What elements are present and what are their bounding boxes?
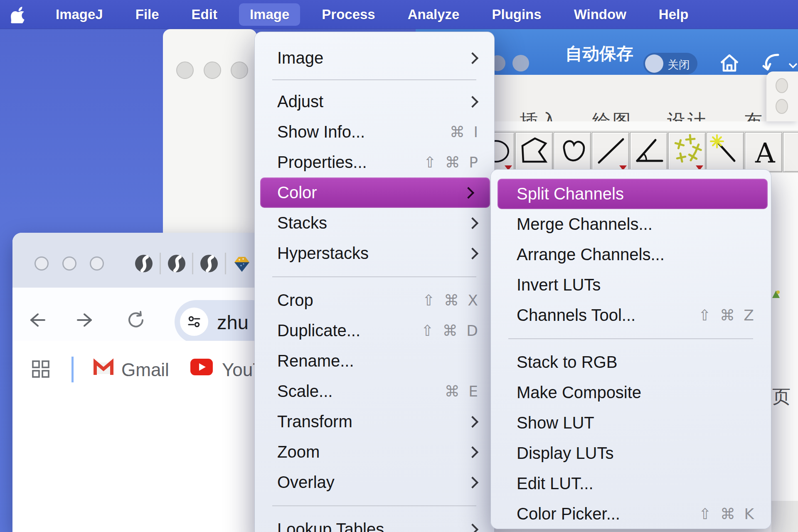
line-tool-button[interactable]	[592, 132, 629, 172]
bookmark-gmail[interactable]: Gmail	[121, 360, 169, 380]
menu-item-label: Stack to RGB	[517, 353, 756, 372]
menu-item-stacks[interactable]: Stacks	[255, 208, 494, 238]
freehand-selection-tool-button[interactable]	[554, 132, 591, 172]
menu-item-split-channels[interactable]: Split Channels	[498, 179, 768, 209]
apps-grid-icon[interactable]	[31, 359, 51, 381]
menu-item-stack-to-rgb[interactable]: Stack to RGB	[491, 347, 771, 377]
menu-item-image[interactable]: Image	[255, 43, 494, 73]
menu-item-label: Overlay	[277, 473, 468, 492]
menu-item-transform[interactable]: Transform	[255, 406, 494, 437]
menu-item-label: Channels Tool...	[517, 306, 698, 325]
back-arrow-icon[interactable]	[27, 310, 46, 331]
ribbon-tab[interactable]: 设计	[667, 109, 708, 121]
multi-point-tool-button[interactable]	[668, 132, 706, 172]
menubar-item-process[interactable]: Process	[311, 3, 386, 26]
menu-item-merge-channels[interactable]: Merge Channels...	[491, 209, 771, 239]
menu-item-display-luts[interactable]: Display LUTs	[491, 438, 771, 468]
image-menu-dropdown: ImageAdjustShow Info...⌘ IProperties...⇧…	[254, 32, 495, 532]
globe-icon[interactable]	[167, 254, 186, 273]
menubar-item-image[interactable]: Image	[239, 3, 300, 26]
tune-icon[interactable]	[180, 308, 208, 336]
forward-arrow-icon[interactable]	[76, 310, 95, 331]
submenu-arrow-icon	[467, 96, 478, 107]
apple-menu-icon[interactable]	[11, 5, 27, 24]
menubar-item-imagej[interactable]: ImageJ	[45, 3, 114, 26]
divider	[225, 253, 226, 274]
menu-item-label: Arrange Channels...	[517, 245, 756, 264]
imagej-toolbar: A	[457, 131, 798, 173]
background-window	[163, 29, 257, 234]
menu-item-rename[interactable]: Rename...	[255, 346, 494, 376]
gem-icon[interactable]	[232, 254, 250, 272]
divider	[71, 357, 74, 382]
browser-toolbar: zhu	[12, 288, 257, 341]
submenu-arrow-icon	[467, 523, 478, 532]
menu-item-label: Rename...	[277, 352, 480, 370]
menu-item-color-picker[interactable]: Color Picker...⇧ ⌘ K	[491, 499, 771, 529]
gmail-icon[interactable]	[92, 358, 115, 378]
youtube-icon[interactable]	[190, 359, 213, 377]
zoom-button[interactable]	[90, 256, 104, 271]
menubar-item-file[interactable]: File	[125, 3, 170, 26]
minimize-button[interactable]	[62, 256, 76, 271]
menu-item-show-lut[interactable]: Show LUT	[491, 408, 771, 438]
browser-tab-strip	[12, 233, 257, 288]
menu-item-shortcut: ⇧ ⌘ X	[422, 292, 480, 309]
menu-item-label: Image	[277, 49, 468, 67]
toggle-knob	[645, 54, 663, 73]
menu-item-shortcut: ⇧ ⌘ D	[421, 322, 480, 339]
menu-item-invert-luts[interactable]: Invert LUTs	[491, 270, 771, 300]
globe-icon[interactable]	[135, 254, 153, 273]
text-tool-button[interactable]: A	[745, 132, 782, 172]
menu-item-overlay[interactable]: Overlay	[255, 467, 494, 498]
tool-button[interactable]	[783, 132, 798, 172]
menu-item-properties[interactable]: Properties...⇧ ⌘ P	[255, 147, 494, 177]
menu-item-label: Adjust	[277, 92, 468, 111]
menu-item-show-info[interactable]: Show Info...⌘ I	[255, 117, 494, 147]
toggle-state-label: 关闭	[667, 57, 690, 72]
doc-icon	[771, 289, 781, 301]
menu-item-label: Display LUTs	[517, 444, 756, 463]
angle-tool-button[interactable]	[630, 132, 667, 172]
background-window-corner	[766, 71, 798, 121]
menu-item-shortcut: ⇧ ⌘ Z	[698, 307, 756, 324]
menu-item-color[interactable]: Color	[260, 177, 490, 208]
menu-item-crop[interactable]: Crop⇧ ⌘ X	[255, 285, 494, 315]
menu-item-hyperstacks[interactable]: Hyperstacks	[255, 238, 494, 268]
window-dot	[204, 62, 221, 79]
menu-item-label: Transform	[277, 412, 468, 431]
chevron-down-icon[interactable]	[788, 62, 798, 71]
menu-item-shortcut: ⇧ ⌘ P	[424, 154, 480, 171]
menu-item-arrange-channels[interactable]: Arrange Channels...	[491, 239, 771, 270]
submenu-arrow-icon	[467, 247, 478, 259]
ribbon-tab[interactable]: 插入	[520, 109, 560, 121]
reload-icon[interactable]	[126, 310, 145, 331]
window-control[interactable]	[512, 55, 529, 71]
polygon-selection-tool-button[interactable]	[515, 132, 553, 172]
menu-item-label: Stacks	[277, 214, 468, 232]
menu-item-adjust[interactable]: Adjust	[255, 86, 494, 117]
ribbon-tab[interactable]: 绘图	[592, 109, 633, 121]
menu-item-make-composite[interactable]: Make Composite	[491, 377, 771, 408]
menubar-item-help[interactable]: Help	[648, 3, 699, 26]
home-icon[interactable]	[718, 52, 741, 76]
menu-item-channels-tool[interactable]: Channels Tool...⇧ ⌘ Z	[491, 300, 771, 330]
menu-item-label: Color	[277, 183, 464, 202]
menubar-item-plugins[interactable]: Plugins	[481, 3, 552, 26]
submenu-arrow-icon	[467, 446, 478, 458]
page-label: 页	[772, 384, 791, 409]
menu-item-edit-lut[interactable]: Edit LUT...	[491, 468, 771, 499]
menubar-item-edit[interactable]: Edit	[181, 3, 228, 26]
globe-icon[interactable]	[200, 254, 218, 273]
menu-item-lookup-tables[interactable]: Lookup Tables	[255, 514, 494, 532]
menu-item-zoom[interactable]: Zoom	[255, 437, 494, 467]
menu-item-scale[interactable]: Scale...⌘ E	[255, 376, 494, 406]
close-button[interactable]	[34, 256, 49, 271]
wand-tool-button[interactable]	[707, 132, 744, 172]
menu-item-duplicate[interactable]: Duplicate...⇧ ⌘ D	[255, 315, 494, 346]
autosave-toggle[interactable]: 关闭	[643, 53, 697, 74]
menubar-item-analyze[interactable]: Analyze	[397, 3, 470, 26]
divider	[192, 253, 193, 274]
window-dot	[776, 78, 788, 93]
menubar-item-window[interactable]: Window	[563, 3, 637, 26]
